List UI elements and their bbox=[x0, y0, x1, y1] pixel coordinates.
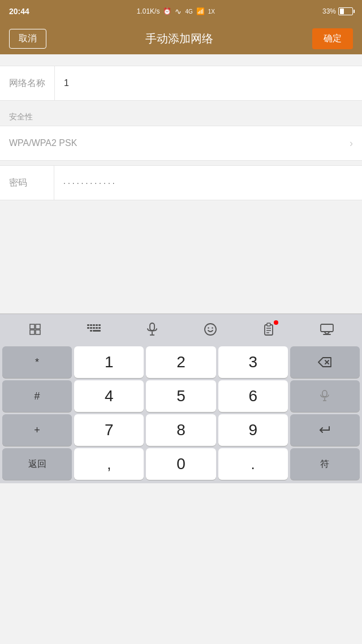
svg-rect-6 bbox=[93, 324, 95, 326]
svg-rect-27 bbox=[321, 324, 333, 332]
cancel-button[interactable]: 取消 bbox=[9, 29, 46, 49]
keyboard-row-1: * 1 2 3 bbox=[0, 346, 362, 378]
security-value: WPA/WPA2 PSK bbox=[9, 138, 77, 148]
svg-rect-7 bbox=[96, 324, 98, 326]
enter-icon bbox=[318, 424, 331, 436]
speed-indicator: 1.01K/s bbox=[137, 7, 160, 15]
clip-icon bbox=[262, 323, 275, 336]
key-8[interactable]: 8 bbox=[146, 414, 216, 446]
security-card[interactable]: WPA/WPA2 PSK › bbox=[0, 126, 362, 161]
voice-icon bbox=[320, 390, 330, 402]
password-card: 密码 ············ bbox=[0, 165, 362, 200]
battery-percent: 33% bbox=[322, 7, 336, 15]
network-name-card: 网络名称 bbox=[0, 66, 362, 101]
key-back[interactable]: 返回 bbox=[2, 448, 72, 480]
key-2[interactable]: 2 bbox=[146, 346, 216, 378]
key-enter[interactable] bbox=[290, 414, 360, 446]
keyboard-clip-btn[interactable] bbox=[256, 318, 282, 341]
svg-rect-11 bbox=[93, 327, 95, 329]
svg-rect-9 bbox=[87, 327, 89, 329]
wifi-icon: ∿ bbox=[175, 7, 182, 16]
status-right: 33% bbox=[322, 7, 353, 15]
key-plus[interactable]: + bbox=[2, 414, 72, 446]
status-bar: 20:44 1.01K/s ⏰ ∿ 4G 📶 1X 33% bbox=[0, 0, 362, 23]
keyboard-toolbar bbox=[0, 314, 362, 344]
dots-icon bbox=[87, 324, 101, 334]
keyboard-row-3: + 7 8 9 bbox=[0, 414, 362, 446]
4g-icon: 4G bbox=[185, 8, 192, 15]
key-9[interactable]: 9 bbox=[218, 414, 288, 446]
form-area: 网络名称 安全性 WPA/WPA2 PSK › 密码 ············ bbox=[0, 54, 362, 314]
svg-rect-12 bbox=[96, 327, 98, 329]
svg-rect-10 bbox=[90, 327, 92, 329]
backspace-icon bbox=[317, 357, 332, 368]
security-section-label: 安全性 bbox=[0, 105, 362, 126]
svg-rect-5 bbox=[90, 324, 92, 326]
network-name-input[interactable] bbox=[64, 78, 353, 88]
key-1[interactable]: 1 bbox=[74, 346, 144, 378]
keyboard-mic-btn[interactable] bbox=[139, 318, 165, 341]
grid-icon bbox=[28, 323, 42, 336]
keyboard-row-4: 返回 , 0 . 符 bbox=[0, 448, 362, 483]
svg-rect-13 bbox=[98, 327, 101, 329]
status-center: 1.01K/s ⏰ ∿ 4G 📶 1X bbox=[137, 7, 215, 16]
svg-rect-23 bbox=[267, 323, 270, 326]
key-hash[interactable]: # bbox=[2, 380, 72, 412]
svg-rect-31 bbox=[322, 390, 327, 397]
svg-rect-4 bbox=[87, 324, 89, 326]
key-6[interactable]: 6 bbox=[218, 380, 288, 412]
key-voice[interactable] bbox=[290, 380, 360, 412]
password-input[interactable]: ············ bbox=[63, 178, 353, 187]
mic-icon bbox=[146, 323, 158, 336]
security-row[interactable]: WPA/WPA2 PSK › bbox=[0, 126, 362, 160]
svg-rect-0 bbox=[30, 324, 35, 329]
keyboard-emoji-btn[interactable] bbox=[197, 318, 224, 341]
svg-point-21 bbox=[212, 327, 213, 328]
clock-icon: ⏰ bbox=[163, 7, 171, 15]
svg-rect-1 bbox=[36, 324, 40, 329]
key-7[interactable]: 7 bbox=[74, 414, 144, 446]
keyboard-dots-btn[interactable] bbox=[80, 320, 107, 339]
key-0[interactable]: 0 bbox=[146, 448, 216, 480]
key-asterisk[interactable]: * bbox=[2, 346, 72, 378]
keyboard-grid-btn[interactable] bbox=[21, 318, 49, 341]
password-row: 密码 ············ bbox=[0, 166, 362, 200]
svg-point-19 bbox=[205, 324, 216, 335]
clip-badge bbox=[274, 320, 278, 325]
network-name-row: 网络名称 bbox=[0, 66, 362, 100]
emoji-icon bbox=[204, 323, 217, 336]
key-4[interactable]: 4 bbox=[74, 380, 144, 412]
page-title: 手动添加网络 bbox=[145, 31, 213, 46]
key-comma[interactable]: , bbox=[74, 448, 144, 480]
key-symbol[interactable]: 符 bbox=[290, 448, 360, 480]
svg-rect-15 bbox=[93, 330, 101, 332]
key-3[interactable]: 3 bbox=[218, 346, 288, 378]
hide-keyboard-icon bbox=[320, 324, 334, 335]
svg-point-20 bbox=[208, 327, 209, 328]
svg-rect-2 bbox=[30, 330, 35, 334]
signal-icon: 📶 bbox=[196, 7, 205, 15]
key-period[interactable]: . bbox=[218, 448, 288, 480]
network-name-label: 网络名称 bbox=[9, 66, 55, 100]
chevron-right-icon: › bbox=[350, 138, 353, 149]
keyboard-row-2: # 4 5 6 bbox=[0, 380, 362, 412]
status-time: 20:44 bbox=[9, 7, 29, 16]
key-backspace[interactable] bbox=[290, 346, 360, 378]
svg-rect-16 bbox=[150, 323, 154, 330]
key-5[interactable]: 5 bbox=[146, 380, 216, 412]
spacer bbox=[0, 200, 362, 302]
keyboard: * 1 2 3 # 4 5 6 + 7 8 9 bbox=[0, 344, 362, 483]
keyboard-hide-btn[interactable] bbox=[313, 319, 341, 340]
nav-bar: 取消 手动添加网络 确定 bbox=[0, 23, 362, 54]
confirm-button[interactable]: 确定 bbox=[312, 28, 353, 49]
1x-icon: 1X bbox=[208, 8, 215, 15]
battery-icon bbox=[338, 7, 353, 15]
svg-rect-14 bbox=[90, 330, 92, 332]
svg-rect-3 bbox=[36, 330, 40, 334]
password-label: 密码 bbox=[9, 166, 54, 200]
svg-rect-8 bbox=[98, 324, 101, 326]
